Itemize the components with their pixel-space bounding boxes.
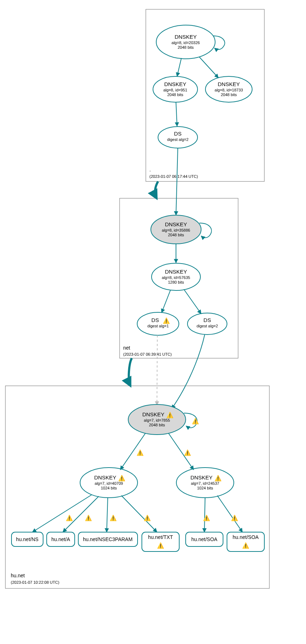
svg-text:digest alg=2: digest alg=2 bbox=[167, 137, 189, 142]
svg-text:DS: DS bbox=[174, 131, 182, 137]
edge-netzsk-ds2 bbox=[184, 289, 201, 314]
svg-text:alg=8, id=35886: alg=8, id=35886 bbox=[162, 228, 190, 232]
warning-icon: ⚠️ bbox=[144, 515, 151, 521]
svg-text:1024 bits: 1024 bits bbox=[101, 486, 117, 490]
svg-text:hu.net/A: hu.net/A bbox=[51, 536, 70, 542]
node-net-ds1[interactable]: DS ⚠️ digest alg=1 bbox=[137, 312, 179, 335]
svg-text:DNSKEY: DNSKEY bbox=[164, 81, 186, 87]
warning-icon: ⚠️ bbox=[118, 475, 125, 482]
node-hu-zsk2[interactable]: DNSKEY ⚠️ alg=7, id=24537 1024 bits bbox=[176, 468, 234, 498]
svg-text:DNSKEY: DNSKEY bbox=[165, 269, 187, 275]
record-soa2[interactable]: hu.net/SOA ⚠️ bbox=[227, 532, 264, 551]
edge-netzsk-ds1 bbox=[162, 290, 171, 313]
svg-text:hu.net/TXT: hu.net/TXT bbox=[148, 534, 173, 540]
dnssec-graph: . (2023-01-07 06:17:44 UTC) net (2023-01… bbox=[0, 0, 306, 644]
warning-icon: ⚠️ bbox=[231, 515, 238, 521]
svg-text:alg=7, id=7855: alg=7, id=7855 bbox=[144, 418, 170, 422]
svg-text:2048 bits: 2048 bits bbox=[168, 233, 184, 237]
zone-time-net: (2023-01-07 06:39:41 UTC) bbox=[123, 352, 172, 356]
edge-root-to-net bbox=[155, 181, 158, 198]
svg-text:2048 bits: 2048 bits bbox=[149, 423, 165, 427]
node-net-ksk[interactable]: DNSKEY alg=8, id=35886 2048 bits bbox=[151, 215, 201, 244]
warning-icon: ⚠️ bbox=[163, 317, 170, 324]
edge-zsk2-soa2 bbox=[217, 496, 242, 532]
record-nsec3[interactable]: hu.net/NSEC3PARAM bbox=[78, 532, 138, 546]
record-soa1[interactable]: hu.net/SOA bbox=[186, 532, 223, 546]
svg-text:digest alg=2: digest alg=2 bbox=[196, 324, 218, 328]
node-root-zsk1[interactable]: DNSKEY alg=8, id=951 2048 bits bbox=[153, 76, 198, 102]
zone-name-hunet: hu.net bbox=[11, 573, 25, 578]
svg-text:alg=7, id=24537: alg=7, id=24537 bbox=[191, 481, 219, 486]
edge-rootksk-zsk2 bbox=[199, 57, 218, 78]
edge-zsk1-ns bbox=[32, 495, 92, 532]
svg-text:2048 bits: 2048 bits bbox=[167, 93, 184, 97]
warning-icon: ⚠️ bbox=[110, 515, 117, 521]
node-hu-zsk1[interactable]: DNSKEY ⚠️ alg=7, id=40709 1024 bits bbox=[80, 468, 138, 498]
svg-text:alg=8, id=20326: alg=8, id=20326 bbox=[172, 41, 200, 45]
warning-icon: ⚠️ bbox=[203, 515, 210, 521]
edge-rootds-netksk bbox=[176, 148, 178, 215]
warning-icon: ⚠️ bbox=[184, 449, 191, 456]
svg-text:hu.net/NSEC3PARAM: hu.net/NSEC3PARAM bbox=[83, 536, 133, 542]
warning-icon: ⚠️ bbox=[166, 412, 173, 418]
svg-text:DS: DS bbox=[204, 317, 211, 323]
svg-text:alg=7, id=40709: alg=7, id=40709 bbox=[95, 481, 123, 486]
svg-text:DNSKEY: DNSKEY bbox=[165, 221, 187, 227]
record-ns[interactable]: hu.net/NS bbox=[11, 532, 43, 546]
node-net-ds2[interactable]: DS digest alg=2 bbox=[187, 313, 227, 335]
svg-text:alg=8, id=951: alg=8, id=951 bbox=[163, 88, 187, 92]
warning-icon: ⚠️ bbox=[242, 542, 249, 549]
edge-net-to-hunet bbox=[129, 358, 132, 386]
svg-text:hu.net/SOA: hu.net/SOA bbox=[233, 534, 259, 540]
zone-time-root: (2023-01-07 06:17:44 UTC) bbox=[149, 174, 198, 179]
svg-text:DNSKEY: DNSKEY bbox=[94, 474, 116, 480]
warning-icon: ⚠️ bbox=[214, 475, 222, 482]
record-a[interactable]: hu.net/A bbox=[47, 532, 75, 546]
svg-text:2048 bits: 2048 bits bbox=[178, 45, 194, 49]
svg-text:1280 bits: 1280 bits bbox=[168, 280, 184, 284]
svg-text:digest alg=1: digest alg=1 bbox=[147, 324, 169, 328]
svg-text:hu.net/NS: hu.net/NS bbox=[16, 536, 38, 542]
edge-netds2-huksk bbox=[172, 335, 205, 409]
warning-icon: ⚠️ bbox=[192, 418, 199, 425]
svg-text:2048 bits: 2048 bits bbox=[221, 93, 237, 97]
edge-zsk1-nsec3 bbox=[107, 498, 108, 532]
node-hu-ksk[interactable]: DNSKEY ⚠️ alg=7, id=7855 2048 bits bbox=[128, 404, 186, 435]
warning-icon: ⚠️ bbox=[157, 542, 164, 549]
svg-text:DS: DS bbox=[152, 317, 159, 323]
svg-text:DNSKEY: DNSKEY bbox=[142, 411, 164, 417]
svg-text:alg=8, id=18733: alg=8, id=18733 bbox=[215, 88, 243, 92]
svg-text:1024 bits: 1024 bits bbox=[197, 486, 213, 490]
warning-icon: ⚠️ bbox=[136, 449, 144, 456]
zone-name-root: . bbox=[149, 167, 151, 172]
edge-zsk1-txt bbox=[121, 496, 157, 532]
svg-text:hu.net/SOA: hu.net/SOA bbox=[191, 536, 218, 542]
node-root-ds[interactable]: DS digest alg=2 bbox=[158, 127, 198, 148]
svg-text:DNSKEY: DNSKEY bbox=[190, 474, 213, 480]
edge-netds1-huksk bbox=[157, 335, 157, 405]
edge-rootksk-zsk1 bbox=[177, 58, 181, 76]
warning-icon: ⚠️ bbox=[85, 515, 92, 521]
node-root-ksk[interactable]: DNSKEY alg=8, id=20326 2048 bits bbox=[156, 25, 215, 59]
record-txt[interactable]: hu.net/TXT ⚠️ bbox=[142, 532, 179, 551]
warning-icon: ⚠️ bbox=[66, 515, 73, 521]
svg-text:DNSKEY: DNSKEY bbox=[175, 34, 197, 40]
svg-text:alg=8, id=57635: alg=8, id=57635 bbox=[162, 275, 190, 280]
zone-time-hunet: (2023-01-07 10:22:08 UTC) bbox=[11, 580, 59, 584]
node-root-zsk2[interactable]: DNSKEY alg=8, id=18733 2048 bits bbox=[205, 76, 252, 102]
node-net-zsk[interactable]: DNSKEY alg=8, id=57635 1280 bits bbox=[152, 263, 200, 290]
edge-rootzsk1-ds bbox=[176, 103, 177, 126]
zone-name-net: net bbox=[123, 345, 130, 351]
svg-text:DNSKEY: DNSKEY bbox=[218, 81, 240, 87]
